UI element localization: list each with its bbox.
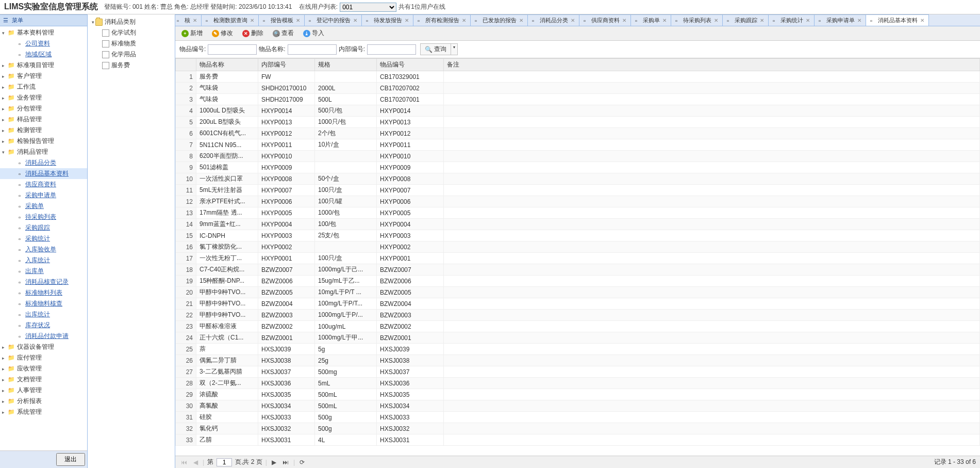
- tab[interactable]: ▫登记中的报告✕: [304, 14, 362, 26]
- menu-node[interactable]: ▸📁标准项目管理: [0, 60, 87, 71]
- table-row[interactable]: 33乙腈HXSJ00314LHXSJ0031: [176, 434, 980, 446]
- menu-child[interactable]: ▫消耗品核查记录: [0, 277, 87, 287]
- table-row[interactable]: 75N11CN N95...HXYP001110片/盒HXYP0011: [176, 139, 980, 151]
- edit-button[interactable]: ✎修改: [209, 28, 236, 39]
- menu-child[interactable]: ▫出库统计: [0, 309, 87, 320]
- menu-child[interactable]: ▫消耗品分类: [0, 157, 87, 168]
- close-icon[interactable]: ✕: [662, 18, 667, 23]
- close-icon[interactable]: ✕: [622, 18, 626, 23]
- close-icon[interactable]: ✕: [519, 18, 523, 23]
- refresh-button[interactable]: ⟳: [298, 459, 306, 466]
- menu-child[interactable]: ▫消耗品基本资料: [0, 168, 87, 179]
- column-header[interactable]: 内部编号: [258, 59, 315, 71]
- tab[interactable]: ▫检测数据查询✕: [201, 14, 259, 26]
- menu-node[interactable]: ▾📁消耗品管理: [0, 147, 87, 157]
- table-row[interactable]: 20甲醇中9种TVO...BZWZ000510mg/L于P/T ...BZWZ0…: [176, 287, 980, 298]
- menu-child[interactable]: ▫采购申请单: [0, 190, 87, 201]
- close-icon[interactable]: ✕: [857, 18, 861, 23]
- delete-button[interactable]: ✕删除: [239, 28, 267, 39]
- menu-child[interactable]: ▫标准物料核查: [0, 298, 87, 309]
- view-button[interactable]: 🔍查看: [270, 28, 297, 39]
- table-row[interactable]: 26偶氮二异丁腈HXSJ003825gHXSJ0038: [176, 355, 980, 366]
- menu-node[interactable]: ▸📁客户管理: [0, 71, 87, 82]
- table-row[interactable]: 149mm蓝盖+红...HXYP0004100/包HXYP0004: [176, 219, 980, 230]
- tab[interactable]: ▫已发放的报告✕: [470, 14, 528, 26]
- column-header[interactable]: 备注: [444, 59, 980, 71]
- tab[interactable]: ▫供应商资料✕: [579, 14, 631, 26]
- menu-child[interactable]: ▫地域/区域: [0, 49, 87, 60]
- menu-node[interactable]: ▸📁应付管理: [0, 352, 87, 363]
- table-row[interactable]: 24正十六烷（C1...BZWZ00011000mg/L于甲...BZWZ000…: [176, 332, 980, 344]
- table-row[interactable]: 41000uL D型吸头HXYP0014500只/包HXYP0014: [176, 105, 980, 117]
- menu-node[interactable]: ▸📁检测管理: [0, 125, 87, 136]
- search-input-name[interactable]: [288, 44, 337, 55]
- close-icon[interactable]: ✕: [714, 18, 718, 23]
- tab[interactable]: ▫采购跟踪✕: [722, 14, 769, 26]
- online-users-select[interactable]: 001: [340, 3, 396, 12]
- column-header[interactable]: [176, 59, 196, 71]
- menu-child[interactable]: ▫消耗品付款申请: [0, 331, 87, 342]
- menu-node[interactable]: ▸📁样品管理: [0, 114, 87, 125]
- menu-child[interactable]: ▫标准物料列表: [0, 287, 87, 298]
- category-item[interactable]: 化学试剂: [90, 27, 173, 38]
- menu-node[interactable]: ▸📁人事管理: [0, 385, 87, 396]
- close-icon[interactable]: ✕: [920, 18, 924, 23]
- category-item[interactable]: 化学用品: [90, 49, 173, 60]
- tab[interactable]: ▫消耗品分类✕: [527, 14, 579, 26]
- table-row[interactable]: 2气味袋SHDH201700102000LCB170207002: [176, 83, 980, 94]
- table-row[interactable]: 1317mm隔垫 透...HXYP00051000/包HXYP0005: [176, 207, 980, 219]
- column-header[interactable]: 物品编号: [377, 59, 444, 71]
- close-icon[interactable]: ✕: [571, 18, 575, 23]
- tab[interactable]: ▫待发放报告✕: [361, 14, 413, 26]
- tab[interactable]: ▫采购申请单✕: [814, 14, 866, 26]
- table-row[interactable]: 115mL无针注射器HXYP0007100只/盒HXYP0007: [176, 185, 980, 196]
- menu-node[interactable]: ▸📁应收管理: [0, 363, 87, 374]
- menu-node[interactable]: ▸📁文档管理: [0, 374, 87, 385]
- table-row[interactable]: 66001CN有机气...HXYP00122个/包HXYP0012: [176, 128, 980, 139]
- table-row[interactable]: 273-二乙氨基丙腈HXSJ0037500mgHXSJ0037: [176, 366, 980, 378]
- close-icon[interactable]: ✕: [462, 18, 466, 23]
- close-icon[interactable]: ✕: [250, 18, 254, 23]
- table-row[interactable]: 16氯丁橡胶防化...HXYP0002HXYP0002: [176, 241, 980, 253]
- table-row[interactable]: 1915种醛酮-DNP...BZWZ000615ug/mL于乙...BZWZ00…: [176, 276, 980, 287]
- menu-child[interactable]: ▫出库单: [0, 266, 87, 277]
- close-icon[interactable]: ✕: [193, 18, 197, 23]
- category-item[interactable]: 服务费: [90, 60, 173, 71]
- menu-child[interactable]: ▫采购跟踪: [0, 222, 87, 233]
- table-row[interactable]: 12亲水PTFE针式...HXYP0006100只/罐HXYP0006: [176, 196, 980, 207]
- table-row[interactable]: 10一次活性炭口罩HXYP000850个/盒HXYP0008: [176, 173, 980, 185]
- menu-node[interactable]: ▸📁业务管理: [0, 92, 87, 103]
- menu-child[interactable]: ▫入库验收单: [0, 244, 87, 255]
- table-row[interactable]: 17一次性无粉丁...HXYP0001100只/盒HXYP0001: [176, 253, 980, 264]
- tab[interactable]: ▫消耗品基本资料✕: [866, 14, 929, 26]
- close-icon[interactable]: ✕: [760, 18, 764, 23]
- last-page-button[interactable]: ⏭: [281, 459, 290, 466]
- column-header[interactable]: 规格: [315, 59, 377, 71]
- category-root[interactable]: ▾ 消耗品类别: [90, 17, 173, 27]
- menu-node[interactable]: ▾📁基本资料管理: [0, 27, 87, 38]
- table-row[interactable]: 18C7-C40正构烷...BZWZ00071000mg/L于己...BZWZ0…: [176, 264, 980, 276]
- table-row[interactable]: 32氯化钙HXSJ0032500gHXSJ0032: [176, 423, 980, 434]
- menu-child[interactable]: ▫供应商资料: [0, 179, 87, 190]
- table-row[interactable]: 9501滤棉盖HXYP0009HXYP0009: [176, 162, 980, 173]
- page-input[interactable]: [217, 458, 232, 466]
- search-input-code[interactable]: [208, 44, 257, 55]
- close-icon[interactable]: ✕: [353, 18, 357, 23]
- search-button[interactable]: 🔍查询: [420, 43, 451, 55]
- logout-button[interactable]: 退出: [56, 453, 85, 466]
- tab[interactable]: ▫待采购列表✕: [671, 14, 723, 26]
- menu-child[interactable]: ▫公司资料: [0, 38, 87, 49]
- table-row[interactable]: 1服务费FWCB170329001: [176, 71, 980, 83]
- menu-node[interactable]: ▸📁检验报告管理: [0, 136, 87, 147]
- table-row[interactable]: 15IC-DNPHHXYP000325支/包HXYP0003: [176, 230, 980, 241]
- close-icon[interactable]: ✕: [806, 18, 810, 23]
- next-page-button[interactable]: ▶: [270, 459, 278, 466]
- close-icon[interactable]: ✕: [405, 18, 409, 23]
- menu-node[interactable]: ▸📁仪器设备管理: [0, 342, 87, 352]
- search-dropdown[interactable]: ▾: [451, 43, 458, 55]
- category-item[interactable]: 标准物质: [90, 38, 173, 49]
- table-row[interactable]: 23甲醛标准溶液BZWZ0002100ug/mLBZWZ0002: [176, 321, 980, 332]
- table-row[interactable]: 29浓硫酸HXSJ0035500mLHXSJ0035: [176, 389, 980, 400]
- menu-child[interactable]: ▫采购单: [0, 201, 87, 212]
- menu-node[interactable]: ▸📁分包管理: [0, 103, 87, 114]
